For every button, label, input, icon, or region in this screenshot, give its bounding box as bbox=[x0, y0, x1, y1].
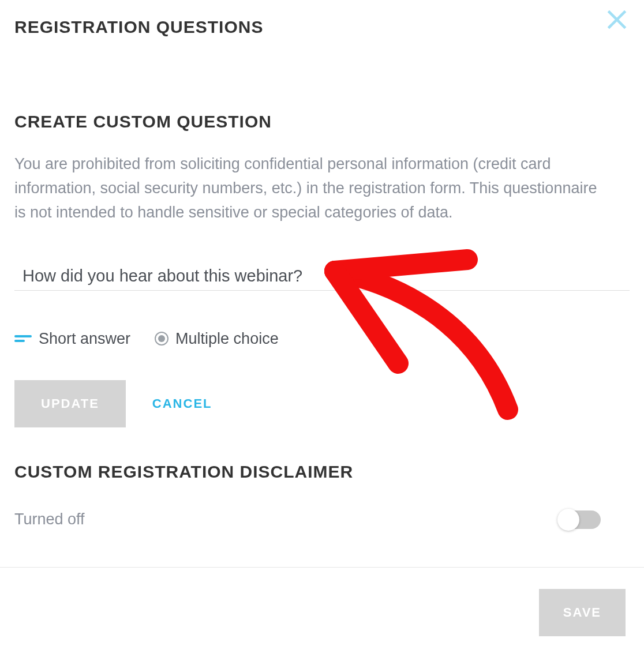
create-question-heading: CREATE CUSTOM QUESTION bbox=[14, 112, 630, 132]
close-icon bbox=[604, 7, 630, 32]
answer-type-multiple[interactable]: Multiple choice bbox=[155, 330, 279, 348]
disclaimer-toggle-row: Turned off bbox=[14, 510, 630, 529]
modal-footer: SAVE bbox=[0, 567, 644, 657]
short-answer-icon bbox=[14, 333, 32, 344]
radio-icon bbox=[155, 332, 169, 346]
answer-type-short-label: Short answer bbox=[39, 330, 130, 348]
answer-type-multiple-label: Multiple choice bbox=[175, 330, 279, 348]
question-input[interactable] bbox=[14, 266, 630, 286]
cancel-button[interactable]: CANCEL bbox=[152, 396, 212, 411]
custom-disclaimer-heading: CUSTOM REGISTRATION DISCLAIMER bbox=[14, 462, 630, 482]
action-row: UPDATE CANCEL bbox=[14, 380, 630, 427]
update-button[interactable]: UPDATE bbox=[14, 380, 126, 427]
save-button[interactable]: SAVE bbox=[539, 589, 626, 636]
create-question-disclaimer: You are prohibited from soliciting confi… bbox=[14, 152, 630, 225]
answer-type-short[interactable]: Short answer bbox=[14, 330, 130, 348]
close-button[interactable] bbox=[604, 7, 630, 35]
toggle-knob bbox=[557, 509, 579, 531]
question-input-wrap bbox=[14, 266, 630, 291]
disclaimer-toggle[interactable] bbox=[559, 510, 601, 529]
answer-type-group: Short answer Multiple choice bbox=[14, 330, 630, 348]
modal-title: REGISTRATION QUESTIONS bbox=[14, 17, 630, 37]
disclaimer-status-label: Turned off bbox=[14, 510, 85, 528]
modal-container: REGISTRATION QUESTIONS CREATE CUSTOM QUE… bbox=[0, 0, 644, 657]
